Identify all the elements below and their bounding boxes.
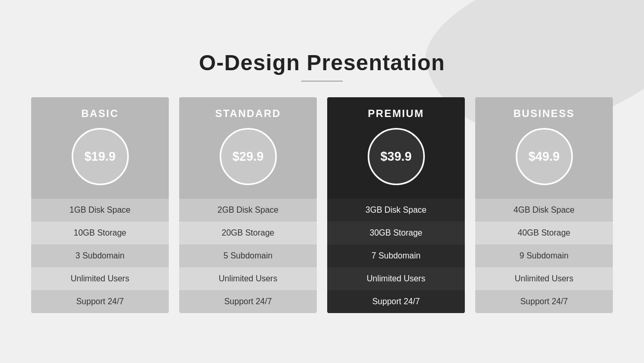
plan-card-basic: BASIC$19.91GB Disk Space10GB Storage3 Su… xyxy=(31,97,169,313)
feature-row-business-3: Unlimited Users xyxy=(475,267,613,290)
plan-price-basic: $19.9 xyxy=(72,128,129,185)
plan-price-premium: $39.9 xyxy=(368,128,425,185)
feature-row-business-0: 4GB Disk Space xyxy=(475,199,613,222)
plan-header-basic: BASIC$19.9 xyxy=(31,97,169,199)
feature-row-standard-3: Unlimited Users xyxy=(179,267,317,290)
plan-name-basic: BASIC xyxy=(36,108,164,120)
feature-row-premium-2: 7 Subdomain xyxy=(327,244,465,267)
feature-row-standard-2: 5 Subdomain xyxy=(179,244,317,267)
plan-features-premium: 3GB Disk Space30GB Storage7 SubdomainUnl… xyxy=(327,199,465,313)
plan-header-business: BUSINESS$49.9 xyxy=(475,97,613,199)
feature-row-standard-0: 2GB Disk Space xyxy=(179,199,317,222)
title-divider xyxy=(301,81,343,82)
plan-name-premium: PREMIUM xyxy=(332,108,460,120)
feature-row-premium-4: Support 24/7 xyxy=(327,290,465,313)
feature-row-premium-3: Unlimited Users xyxy=(327,267,465,290)
feature-row-standard-1: 20GB Storage xyxy=(179,222,317,244)
feature-row-basic-1: 10GB Storage xyxy=(31,222,169,244)
feature-row-basic-4: Support 24/7 xyxy=(31,290,169,313)
feature-row-premium-0: 3GB Disk Space xyxy=(327,199,465,222)
plan-name-business: BUSINESS xyxy=(480,108,608,120)
feature-row-basic-0: 1GB Disk Space xyxy=(31,199,169,222)
feature-row-standard-4: Support 24/7 xyxy=(179,290,317,313)
plan-features-basic: 1GB Disk Space10GB Storage3 SubdomainUnl… xyxy=(31,199,169,313)
plan-price-standard: $29.9 xyxy=(220,128,277,185)
feature-row-business-2: 9 Subdomain xyxy=(475,244,613,267)
plan-header-standard: STANDARD$29.9 xyxy=(179,97,317,199)
feature-row-business-4: Support 24/7 xyxy=(475,290,613,313)
plan-card-business: BUSINESS$49.94GB Disk Space40GB Storage9… xyxy=(475,97,613,313)
plan-name-standard: STANDARD xyxy=(184,108,312,120)
plans-container: BASIC$19.91GB Disk Space10GB Storage3 Su… xyxy=(31,97,613,313)
page-wrapper: O-Design Presentation BASIC$19.91GB Disk… xyxy=(0,50,644,313)
feature-row-basic-2: 3 Subdomain xyxy=(31,244,169,267)
plan-features-standard: 2GB Disk Space20GB Storage5 SubdomainUnl… xyxy=(179,199,317,313)
plan-card-premium: PREMIUM$39.93GB Disk Space30GB Storage7 … xyxy=(327,97,465,313)
feature-row-business-1: 40GB Storage xyxy=(475,222,613,244)
feature-row-basic-3: Unlimited Users xyxy=(31,267,169,290)
page-title: O-Design Presentation xyxy=(199,50,445,75)
plan-price-business: $49.9 xyxy=(516,128,573,185)
feature-row-premium-1: 30GB Storage xyxy=(327,222,465,244)
plan-features-business: 4GB Disk Space40GB Storage9 SubdomainUnl… xyxy=(475,199,613,313)
plan-header-premium: PREMIUM$39.9 xyxy=(327,97,465,199)
plan-card-standard: STANDARD$29.92GB Disk Space20GB Storage5… xyxy=(179,97,317,313)
